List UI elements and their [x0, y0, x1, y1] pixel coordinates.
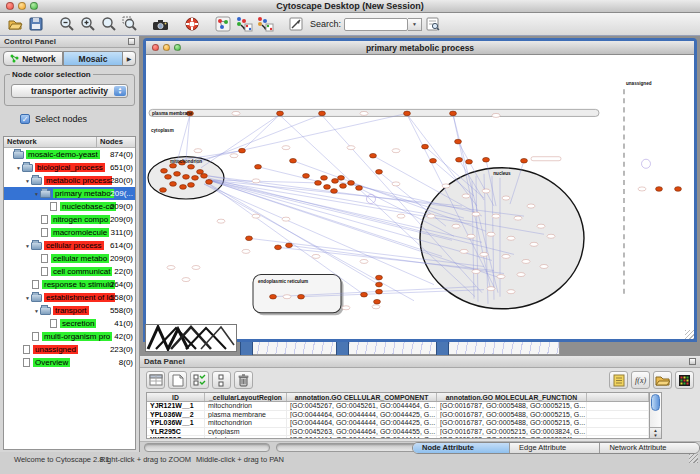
scrollbar-thumb[interactable]	[651, 394, 660, 411]
expand-arrow-icon[interactable]: ▼	[24, 295, 31, 301]
network-node[interactable]	[376, 282, 383, 287]
node-label-oval[interactable]	[342, 306, 350, 310]
zoom-button[interactable]	[30, 2, 38, 10]
network-node[interactable]	[374, 299, 381, 304]
network-node[interactable]	[315, 181, 322, 186]
node-label-oval[interactable]	[360, 259, 368, 263]
node-label-oval[interactable]	[530, 242, 538, 246]
create-network-icon[interactable]	[212, 14, 233, 34]
node-label-oval[interactable]	[397, 214, 405, 218]
network-node[interactable]	[303, 174, 310, 179]
save-session-icon[interactable]	[25, 14, 46, 34]
open-file-icon[interactable]	[4, 14, 25, 34]
background-window-fragment[interactable]	[448, 340, 560, 355]
attribute-browser-tab[interactable]: Edge Attribute Browser	[510, 443, 600, 453]
network-node[interactable]	[319, 111, 326, 116]
network-node[interactable]	[331, 189, 338, 194]
node-label-oval[interactable]	[392, 182, 400, 186]
network-node[interactable]	[201, 174, 208, 179]
close-button[interactable]	[6, 2, 14, 10]
node-label-row[interactable]	[531, 157, 561, 161]
column-header[interactable]: _cellularLayoutRegion	[205, 393, 287, 401]
network-node[interactable]	[174, 172, 181, 177]
expand-arrow-icon[interactable]: ▼	[33, 191, 40, 197]
expand-arrow-icon[interactable]: ▼	[15, 165, 22, 171]
network-node[interactable]	[270, 294, 277, 299]
snapshot-camera-icon[interactable]	[150, 14, 171, 34]
network-canvas[interactable]: plasma membranecytoplasmmitochondrionnuc…	[146, 55, 694, 339]
table-row[interactable]: YKR052Ccytoplasm[GO:0044464, GO:0044446,…	[147, 436, 649, 439]
network-node[interactable]	[324, 185, 331, 190]
node-label-oval[interactable]	[547, 234, 555, 238]
attribute-table[interactable]: ID_cellularLayoutRegionannotation.GO CEL…	[146, 392, 650, 439]
tree-row[interactable]: multi-organism pro42(0)	[4, 330, 135, 343]
node-label-oval[interactable]	[283, 295, 291, 299]
node-label-oval[interactable]	[492, 113, 500, 117]
network-node[interactable]	[239, 148, 246, 153]
network-node[interactable]	[180, 185, 187, 190]
advanced-search-icon[interactable]	[422, 14, 443, 34]
node-label-oval[interactable]	[242, 249, 250, 253]
tree-row[interactable]: unassigned223(0)	[4, 343, 135, 356]
node-label-oval[interactable]	[487, 232, 495, 236]
tree-row[interactable]: Overview8(0)	[4, 356, 135, 369]
float-panel-icon[interactable]	[128, 38, 135, 45]
annotation-icon[interactable]	[285, 14, 306, 34]
node-label-oval[interactable]	[540, 264, 548, 268]
node-label-oval[interactable]	[427, 214, 435, 218]
zoom-in-icon[interactable]	[77, 14, 98, 34]
table-row[interactable]: YLR295Ccytoplasm[GO:0045263, GO:0044464,…	[147, 428, 649, 437]
select-attributes-grid-icon[interactable]	[190, 371, 209, 389]
table-row[interactable]: YJR121W__1mitochondrion[GO:0045267, GO:0…	[147, 402, 649, 411]
column-header[interactable]: annotation.GO CELLULAR_COMPONENT	[287, 393, 437, 401]
float-panel-icon[interactable]	[689, 358, 696, 365]
node-label-oval[interactable]	[182, 278, 190, 282]
network-node[interactable]	[422, 144, 429, 149]
network-node[interactable]	[206, 180, 213, 185]
node-label-oval[interactable]	[392, 149, 400, 153]
network-node[interactable]	[275, 245, 282, 250]
expand-arrow-icon[interactable]: ▼	[33, 308, 40, 314]
node-label-oval[interactable]	[517, 273, 525, 277]
network-node[interactable]	[298, 294, 305, 299]
network-node[interactable]	[370, 153, 377, 158]
table-row[interactable]: YPL036W__1mitochondrion[GO:0044464, GO:0…	[147, 419, 649, 428]
help-lifesaver-icon[interactable]	[181, 14, 202, 34]
network-node[interactable]	[160, 188, 167, 193]
network-node[interactable]	[332, 179, 339, 184]
network-node[interactable]	[165, 175, 172, 180]
tree-row[interactable]: ▼cellular process614(0)	[4, 239, 135, 252]
expand-arrow-icon[interactable]: ▼	[24, 178, 31, 184]
delete-attribute-trash-icon[interactable]	[234, 371, 253, 389]
zoom-selected-icon[interactable]	[119, 14, 140, 34]
formula-fx-icon[interactable]: f(x)	[631, 371, 650, 389]
node-label-oval[interactable]	[347, 146, 355, 150]
tree-row[interactable]: cellular metabo209(0)	[4, 252, 135, 265]
network-node[interactable]	[430, 158, 437, 163]
node-label-oval[interactable]	[252, 214, 260, 218]
column-header[interactable]: ID	[147, 393, 205, 401]
network-node[interactable]	[192, 176, 199, 181]
minimize-button[interactable]	[163, 44, 170, 51]
node-label-oval[interactable]	[252, 179, 260, 183]
network-node[interactable]	[246, 236, 253, 241]
network-node[interactable]	[466, 159, 473, 164]
modify-network-icon[interactable]	[254, 14, 275, 34]
select-nodes-checkbox[interactable]: ✓	[20, 114, 30, 124]
network-node[interactable]	[277, 111, 284, 116]
node-color-dropdown[interactable]: transporter activity ▲▼	[11, 84, 128, 98]
tab-mosaic[interactable]: Mosaic	[63, 51, 123, 66]
tree-row[interactable]: mosaic-demo-yeast874(0)	[4, 148, 135, 161]
network-node[interactable]	[348, 181, 355, 186]
attribute-browser-tab[interactable]: Network Attribute Browser	[600, 443, 699, 453]
node-label-oval[interactable]	[217, 219, 225, 223]
node-label-oval[interactable]	[482, 189, 490, 193]
network-node[interactable]	[376, 289, 383, 294]
network-node[interactable]	[656, 187, 663, 192]
import-attributes-folder-icon[interactable]	[653, 371, 672, 389]
network-node[interactable]	[161, 168, 168, 173]
node-label-oval[interactable]	[537, 224, 545, 228]
node-label-oval[interactable]	[487, 287, 495, 291]
select-all-attributes-icon[interactable]	[146, 371, 165, 389]
network-node[interactable]	[340, 184, 347, 189]
